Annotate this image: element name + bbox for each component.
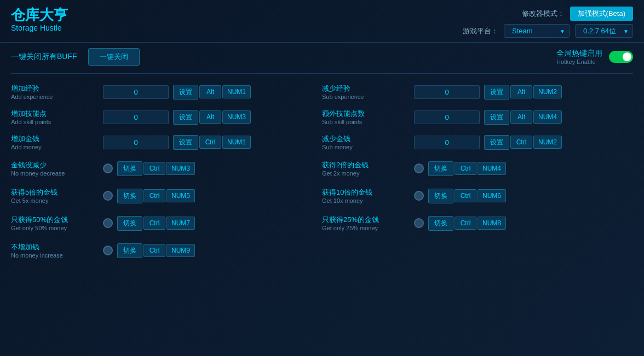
toggle-btn-no-increase[interactable]: 切换 (117, 243, 142, 258)
feature-row-2x-money: 获得2倍的金钱 Get 2x money 切换 Ctrl NUM4 (322, 156, 633, 181)
toggle-2x-money[interactable] (414, 164, 424, 173)
feature-row-10x-money: 获得10倍的金钱 Get 10x money 切换 Ctrl NUM6 (322, 183, 633, 208)
toggle-10x-money[interactable] (414, 191, 424, 201)
mode-button[interactable]: 加强模式(Beta) (570, 7, 633, 21)
mode-row: 修改器模式： 加强模式(Beta) (522, 7, 633, 21)
feature-row-sub-exp: 减少经验 Sub experience 设置 Alt NUM2 (322, 80, 633, 103)
key-num4-1: NUM4 (533, 110, 562, 124)
hotkey-sub-money: 设置 Ctrl NUM2 (484, 135, 562, 150)
feature-row-add-money: 增加金钱 Add money 设置 Ctrl NUM1 (11, 131, 322, 154)
toggle-no-increase[interactable] (103, 246, 113, 255)
toggle-25pct-money[interactable] (414, 218, 424, 228)
key-alt-1: Alt (199, 85, 221, 98)
hotkey-label-block: 全局热键启用 Hotkey Enable (556, 49, 602, 65)
key-num3-2: NUM3 (166, 162, 195, 175)
settings-add-money[interactable]: 设置 (173, 135, 198, 150)
version-select[interactable]: 0.2.7 64位 (575, 24, 633, 38)
input-sub-money[interactable] (414, 136, 480, 149)
hotkey-10x-money: 切换 Ctrl NUM6 (428, 189, 506, 203)
header-controls: 修改器模式： 加强模式(Beta) 游戏平台： Steam 0.2.7 64位 (463, 7, 633, 38)
divider (11, 73, 633, 74)
settings-sub-money[interactable]: 设置 (484, 135, 509, 150)
key-ctrl-4: Ctrl (455, 162, 476, 175)
hotkey-add-skill: 设置 Alt NUM3 (173, 110, 251, 125)
key-ctrl-7: Ctrl (143, 217, 165, 230)
label-add-skill: 增加技能点 Add skill points (11, 109, 99, 125)
top-controls: 一键关闭所有BUFF 一键关闭 全局热键启用 Hotkey Enable (11, 48, 633, 66)
key-alt-2: Alt (510, 85, 532, 98)
key-alt-4: Alt (510, 110, 532, 124)
one-key-button[interactable]: 一键关闭 (88, 48, 140, 66)
key-num9: NUM9 (166, 244, 195, 257)
key-ctrl-2: Ctrl (510, 136, 532, 149)
key-num4-2: NUM4 (478, 162, 506, 175)
key-ctrl-3: Ctrl (143, 162, 165, 175)
hotkey-2x-money: 切换 Ctrl NUM4 (428, 161, 506, 176)
toggle-btn-50pct-money[interactable]: 切换 (117, 216, 142, 231)
label-25pct-money: 只获得25%的金钱 Get only 25% money (322, 215, 410, 231)
label-10x-money: 获得10倍的金钱 Get 10x money (322, 188, 410, 204)
key-num2: NUM2 (533, 85, 562, 98)
toggle-btn-10x-money[interactable]: 切换 (428, 189, 453, 203)
title-block: 仓库大亨 Storage Hustle (11, 7, 68, 32)
label-2x-money: 获得2倍的金钱 Get 2x money (322, 160, 410, 177)
hotkey-sub-skill: 设置 Alt NUM4 (484, 110, 562, 125)
feature-row-5x-money: 获得5倍的金钱 Get 5x money 切换 Ctrl NUM5 (11, 183, 322, 208)
settings-sub-exp[interactable]: 设置 (484, 85, 509, 100)
key-alt-3: Alt (199, 110, 221, 124)
label-sub-money: 减少金钱 Sub money (322, 134, 410, 150)
main-content: 一键关闭所有BUFF 一键关闭 全局热键启用 Hotkey Enable 增加经… (0, 43, 644, 356)
key-ctrl-1: Ctrl (199, 136, 221, 149)
key-num3-1: NUM3 (222, 110, 251, 124)
label-add-exp: 增加经验 Add experience (11, 84, 99, 100)
settings-sub-skill[interactable]: 设置 (484, 110, 509, 125)
label-sub-exp: 减少经验 Sub experience (322, 84, 410, 100)
empty-cell (322, 238, 633, 263)
platform-select[interactable]: Steam (504, 24, 570, 38)
toggle-btn-25pct-money[interactable]: 切换 (428, 216, 453, 231)
app-title-cn: 仓库大亨 (11, 7, 68, 24)
key-ctrl-8: Ctrl (455, 217, 476, 230)
feature-row-sub-skill: 额外技能点数 Sub skill points 设置 Alt NUM4 (322, 106, 633, 129)
platform-select-wrapper[interactable]: Steam (504, 24, 570, 38)
input-add-skill[interactable] (103, 110, 169, 124)
version-select-wrapper[interactable]: 0.2.7 64位 (575, 24, 633, 38)
key-num1-2: NUM1 (222, 136, 251, 149)
hotkey-25pct-money: 切换 Ctrl NUM8 (428, 216, 506, 231)
global-hotkey-toggle[interactable] (609, 51, 633, 63)
toggle-5x-money[interactable] (103, 191, 113, 201)
app-container: 仓库大亨 Storage Hustle 修改器模式： 加强模式(Beta) 游戏… (0, 0, 644, 356)
feature-row-50pct-money: 只获得50%的金钱 Get only 50% money 切换 Ctrl NUM… (11, 211, 322, 236)
input-add-money[interactable] (103, 136, 169, 149)
key-num1-1: NUM1 (222, 85, 251, 98)
key-num6: NUM6 (478, 189, 506, 202)
key-num5: NUM5 (166, 189, 195, 202)
toggle-50pct-money[interactable] (103, 218, 113, 228)
hotkey-5x-money: 切换 Ctrl NUM5 (117, 189, 195, 203)
feature-row-add-skill: 增加技能点 Add skill points 设置 Alt NUM3 (11, 106, 322, 129)
toggle-no-decrease[interactable] (103, 164, 113, 173)
hotkey-cn: 全局热键启用 (556, 49, 602, 59)
hotkey-no-increase: 切换 Ctrl NUM9 (117, 243, 195, 258)
input-add-exp[interactable] (103, 85, 169, 99)
hotkey-section: 全局热键启用 Hotkey Enable (556, 49, 633, 65)
label-no-increase: 不增加钱 No money increase (11, 242, 99, 259)
toggle-btn-no-decrease[interactable]: 切换 (117, 161, 142, 176)
label-no-decrease: 金钱没减少 No money decrease (11, 160, 99, 177)
platform-row: 游戏平台： Steam 0.2.7 64位 (463, 24, 633, 38)
toggle-btn-2x-money[interactable]: 切换 (428, 161, 453, 176)
settings-add-exp[interactable]: 设置 (173, 85, 198, 100)
feature-row-sub-money: 减少金钱 Sub money 设置 Ctrl NUM2 (322, 131, 633, 154)
label-add-money: 增加金钱 Add money (11, 134, 99, 150)
settings-add-skill[interactable]: 设置 (173, 110, 198, 125)
toggle-btn-5x-money[interactable]: 切换 (117, 189, 142, 203)
app-title-en: Storage Hustle (11, 24, 68, 32)
label-5x-money: 获得5倍的金钱 Get 5x money (11, 188, 99, 204)
key-num7: NUM7 (166, 217, 195, 230)
features-grid: 增加经验 Add experience 设置 Alt NUM1 减少经验 Sub… (11, 80, 633, 263)
input-sub-exp[interactable] (414, 85, 480, 99)
key-ctrl-5: Ctrl (143, 189, 165, 202)
hotkey-no-decrease: 切换 Ctrl NUM3 (117, 161, 195, 176)
input-sub-skill[interactable] (414, 110, 480, 124)
platform-label: 游戏平台： (463, 26, 498, 36)
